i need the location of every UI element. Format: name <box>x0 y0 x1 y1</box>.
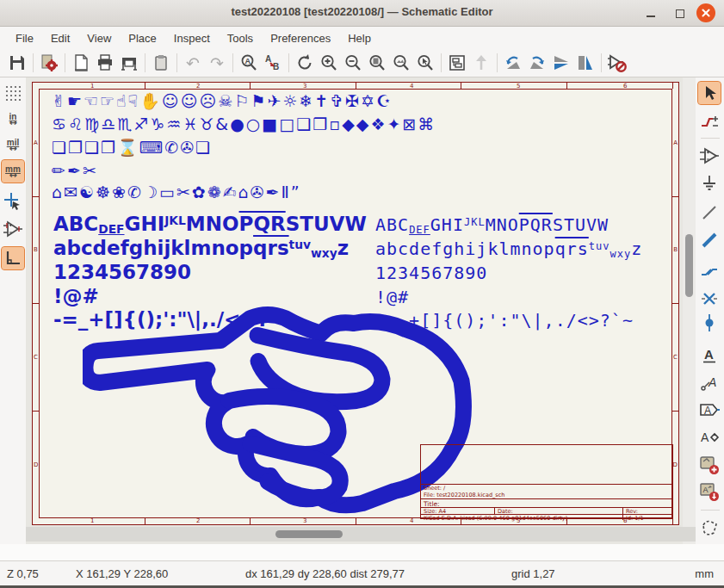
menu-inspect[interactable]: Inspect <box>165 29 219 47</box>
add-power-button[interactable] <box>698 172 721 195</box>
zoom-fit-button[interactable] <box>365 51 389 75</box>
dashed-shape-icon <box>700 518 719 537</box>
zoom-objects-icon <box>392 53 411 72</box>
add-symbol-button[interactable] <box>698 145 721 167</box>
select-tool-button[interactable] <box>698 82 721 104</box>
sheet-setup-button[interactable] <box>37 51 61 75</box>
grid-toggle-button[interactable] <box>2 82 24 104</box>
status-bar: Z 0,75 X 161,29 Y 228,60 dx 161,29 dy 22… <box>0 560 724 586</box>
svg-text:B: B <box>273 62 279 71</box>
crosshair-toggle-button[interactable] <box>2 190 24 213</box>
crosshair-cursor-icon <box>3 192 22 211</box>
no-connect-icon <box>702 291 717 306</box>
schematic-canvas[interactable]: 1 2 3 4 5 6 1 2 3 4 5 6 A B C D A B C D … <box>26 77 696 544</box>
find-replace-button[interactable]: AB <box>261 51 285 75</box>
leave-sheet-button[interactable] <box>469 51 493 75</box>
add-hier-label-button[interactable]: A <box>698 426 721 449</box>
draw-shape-button[interactable] <box>698 517 721 539</box>
menu-preferences[interactable]: Preferences <box>262 29 339 47</box>
frame-col-label: 1 <box>90 517 94 524</box>
net-highlight-icon <box>700 112 719 131</box>
frame-col-label: 5 <box>517 83 520 90</box>
units-mm-button[interactable]: mm↔ <box>2 160 24 183</box>
close-button[interactable] <box>696 3 715 22</box>
highlight-net-button[interactable] <box>698 110 721 133</box>
zoom-out-button[interactable] <box>341 51 365 75</box>
titleblock-rev: Rev: <box>622 508 640 514</box>
horizontal-scrollbar[interactable] <box>26 527 696 542</box>
find-replace-icon: AB <box>263 53 282 72</box>
refresh-button[interactable] <box>293 51 317 75</box>
zoom-objects-button[interactable] <box>389 51 413 75</box>
hierarchy-navigator-button[interactable] <box>445 51 469 75</box>
menu-file[interactable]: File <box>7 29 42 47</box>
maximize-button[interactable] <box>670 3 689 22</box>
frame-col-label: 6 <box>623 83 627 90</box>
bottom-gap <box>0 544 724 560</box>
vertical-scrollbar-thumb[interactable] <box>685 234 693 297</box>
left-toolbar: in↔ mil↔ mm↔ <box>0 77 26 544</box>
import-sheet-pin-button[interactable]: A <box>698 480 721 503</box>
svg-text:A: A <box>704 347 714 362</box>
status-position: X 161,29 Y 228,60 <box>76 567 168 580</box>
grid-icon <box>4 84 22 102</box>
zoom-in-icon <box>319 53 338 72</box>
menu-view[interactable]: View <box>78 29 120 47</box>
add-text-button[interactable]: A <box>698 344 721 367</box>
frame-row-label: A <box>673 139 678 146</box>
rotate-cw-button[interactable] <box>525 51 549 75</box>
minimize-button[interactable] <box>641 3 660 22</box>
annotate-disabled-button[interactable] <box>605 51 629 75</box>
sheet-icon <box>699 455 720 475</box>
find-button[interactable]: A <box>237 51 261 75</box>
frame-row-label: B <box>34 246 38 253</box>
mirror-vertical-button[interactable] <box>549 51 573 75</box>
redo-button[interactable]: ↷ <box>205 51 229 75</box>
zoom-out-icon <box>343 53 362 72</box>
inches-unit-icon: in↔ <box>9 113 16 125</box>
schematic-editor-window: { "window": { "title": "test20220108 [te… <box>0 0 724 588</box>
add-wire-button[interactable] <box>698 201 721 224</box>
mirror-horizontal-button[interactable] <box>573 51 597 75</box>
frame-col-label: 4 <box>410 83 413 90</box>
add-bus-entry-button[interactable] <box>698 258 721 281</box>
add-bus-button[interactable] <box>698 229 721 251</box>
vertical-scrollbar[interactable] <box>683 77 696 544</box>
hv-lines-button[interactable] <box>2 247 24 269</box>
menu-edit[interactable]: Edit <box>42 29 78 47</box>
frame-row-label: D <box>673 461 678 468</box>
print-button[interactable] <box>93 51 117 75</box>
glyph-row-4: ✏✒✂ <box>52 163 98 179</box>
up-arrow-icon <box>472 53 491 72</box>
rotate-ccw-button[interactable] <box>501 51 525 75</box>
svg-text:A: A <box>701 430 709 444</box>
title-block: Sheet: / File: test20220108.kicad_sch Ti… <box>420 444 673 519</box>
menu-help[interactable]: Help <box>339 29 380 47</box>
svg-text:A: A <box>245 57 251 65</box>
save-button[interactable] <box>5 51 29 75</box>
menu-place[interactable]: Place <box>120 29 165 47</box>
add-junction-button[interactable] <box>698 312 721 334</box>
page-settings-button[interactable] <box>69 51 93 75</box>
add-global-label-button[interactable]: A <box>698 399 721 421</box>
units-inches-button[interactable]: in↔ <box>2 108 24 130</box>
text-icon: A <box>701 346 718 365</box>
plot-button[interactable] <box>117 51 141 75</box>
svg-text:A: A <box>265 54 271 64</box>
svg-text:A: A <box>708 375 716 389</box>
units-mils-button[interactable]: mil↔ <box>2 133 24 156</box>
sheet-paper[interactable]: 1 2 3 4 5 6 1 2 3 4 5 6 A B C D A B C D … <box>32 82 679 525</box>
paste-button[interactable] <box>149 51 173 75</box>
add-sheet-button[interactable] <box>698 454 721 476</box>
menu-tools[interactable]: Tools <box>219 29 262 47</box>
status-grid: grid 1,27 <box>511 567 555 580</box>
titlebar[interactable]: test20220108 [test20220108/] — Schematic… <box>0 0 724 27</box>
horizontal-scrollbar-thumb[interactable] <box>275 530 343 538</box>
zoom-selection-button[interactable] <box>413 51 437 75</box>
hidden-pins-button[interactable] <box>2 218 24 240</box>
add-net-label-button[interactable]: A <box>698 372 721 394</box>
undo-button[interactable]: ↶ <box>181 51 205 75</box>
page-icon <box>71 53 90 72</box>
no-connect-button[interactable] <box>698 288 721 310</box>
zoom-in-button[interactable] <box>317 51 341 75</box>
